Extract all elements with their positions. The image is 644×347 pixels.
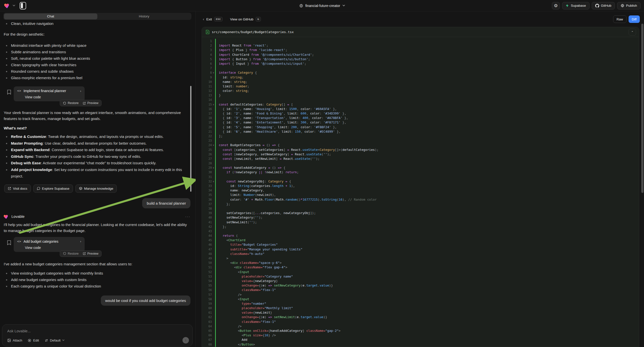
code-line: 36 color: '#' + Math.floor(Math.random()… [202,198,639,202]
project-switcher[interactable]: financial-future-creator [299,4,345,8]
sidebar-toggle-icon[interactable] [20,2,26,10]
chat-history-tabs: Chat History [3,13,192,20]
code-line: 21 { id: '6', name: 'Healthcare', limit:… [202,130,639,134]
restore-button[interactable]: Restore [63,101,79,105]
gear-icon: ⚙ [554,3,558,8]
project-name: financial-future-creator [305,4,340,8]
code-line: 20 { id: '5', name: 'Shopping', limit: 2… [202,125,639,130]
fold-chevron-icon[interactable]: ∨ [212,70,215,75]
code-line: 67 Add [202,338,639,342]
whats-next-list: Refine & Customize: Tweak the design, an… [4,134,190,180]
window-scrollbar-thumb[interactable] [641,24,644,193]
quick-action-row: Visit docs Explore Supabase Manage knowl… [4,184,196,193]
bookmark-icon[interactable] [7,90,11,94]
code-line: 43 [202,229,639,234]
code-line: 53 placeholder="Category name" [202,274,639,279]
raw-toggle-button[interactable]: Raw [613,16,626,23]
publish-button[interactable]: Publish [617,2,640,10]
preview-button[interactable]: Preview [83,101,98,105]
code-line: 25 const [categories, setCategories] = R… [202,148,639,152]
code-line: 50 <div className="space-y-6"> [202,260,639,265]
code-line: 61 value={newLimit} [202,310,639,315]
bookmark-icon[interactable] [7,240,11,245]
github-button[interactable]: GitHub [592,2,615,10]
bullet-item: Rounded corners and subtle shadows [4,68,190,75]
fold-chevron-icon[interactable]: ∨ [212,143,215,147]
code-line: 16 { id: '1', name: 'Housing', limit: 15… [202,107,639,111]
view-code-link[interactable]: View code [25,246,81,250]
code-card: src/components/budget/BudgetCategories.t… [202,27,639,347]
view-code-link[interactable]: View code [25,95,81,99]
diff-toggle-button[interactable]: Diff [628,16,640,23]
settings-button[interactable]: ⚙ [552,2,560,10]
code-line: 44 return ( [202,234,639,238]
code-line: 29∨ const handleAddCategory = () => { [202,166,639,170]
chat-bubble-icon [37,187,40,190]
code-line: 1 [202,39,639,43]
code-line: 3import { Plus } from 'lucide-react'; [202,48,639,52]
preview-button[interactable]: Preview [83,252,98,256]
visit-docs-button[interactable]: Visit docs [4,184,31,193]
view-on-github-button[interactable]: View on GitHub G [230,17,261,22]
message-menu-icon[interactable]: ··· [185,214,190,218]
edit-button[interactable]: Edit [28,338,39,342]
workspace-chevron-down-icon[interactable] [13,5,15,6]
chevron-left-icon: ‹ [203,17,204,21]
code-line: 62 onChange={(e) => setNewLimit(e.target… [202,315,639,319]
assistant-name: Lovable [12,214,25,218]
chat-scroll-area[interactable]: Clean, intuitive navigation For the desi… [0,20,196,323]
g-shortcut-badge: G [256,17,261,22]
lovable-logo-icon[interactable] [4,3,10,8]
code-line: 48 className="h-auto" [202,252,639,256]
package-icon [79,187,82,190]
ready-paragraph: Your sleek financial planner is now read… [4,110,190,122]
manage-knowledge-button[interactable]: Manage knowledge [76,184,117,193]
code-line: 6import { Input } from '@/components/ui/… [202,62,639,66]
code-editor[interactable]: 1 2import React from 'react';3import { P… [202,37,639,347]
file-header[interactable]: src/components/budget/BudgetCategories.t… [202,27,639,37]
explore-supabase-button[interactable]: Explore Supabase [33,184,73,193]
code-line: 38 [202,206,639,211]
code-line: 26 const [newCategory, setNewCategory] =… [202,152,639,156]
lovable-heart-icon [4,214,9,219]
restore-icon [63,102,66,105]
code-view-panel: ‹ Exit ESC View on GitHub G Raw Diff src… [196,12,644,347]
fold-chevron-icon[interactable]: ∨ [212,179,215,184]
project-chevron-down-icon [342,5,345,6]
fold-chevron-icon[interactable]: ∨ [212,166,215,170]
collapse-button[interactable]: ⌃ [628,29,636,36]
tab-chat[interactable]: Chat [4,14,98,20]
code-line: 2import React from 'react'; [202,43,639,48]
send-button[interactable]: ↑ [182,337,189,344]
chat-panel: Chat History Clean, intuitive navigation… [0,12,196,347]
restore-icon [63,252,66,255]
code-line: 40 setNewCategory(''); [202,215,639,220]
mode-select[interactable]: Default [44,338,65,342]
code-line: 23 [202,138,639,143]
chat-input[interactable]: Ask Lovable... [7,329,188,333]
external-link-icon [83,252,86,255]
design-bullet-list: Minimalist interface with plenty of whit… [4,42,190,81]
supabase-bolt-icon [566,4,569,8]
code-line: 37 }; [202,202,639,206]
version-card-implement-financial-planner[interactable]: <> Implement financial planner › View co… [14,86,85,101]
code-line: 35 limit: Number(newLimit), [202,193,639,197]
fold-chevron-icon[interactable]: ∨ [212,102,215,107]
exit-button[interactable]: ‹ Exit ESC [203,17,222,22]
tab-history[interactable]: History [97,14,191,20]
code-line: 28 [202,161,639,166]
bullet-item: Expand with Backend: Connect Supabase to… [4,146,190,153]
attach-button[interactable]: Attach [7,338,22,342]
code-line: 17 { id: '2', name: 'Food & Dining', lim… [202,111,639,116]
supabase-button[interactable]: Supabase [562,2,590,10]
code-line: 65 <Button onClick={handleAddCategory} c… [202,328,639,333]
bullet-item: Add new budget categories with custom li… [4,276,190,283]
version-card-add-budget-categories[interactable]: <> Add budget categories › View code [14,237,85,252]
restore-button[interactable]: Restore [63,252,79,256]
code-line: 46 title="Budget Categories" [202,242,639,247]
bullet-item: Add project knowledge: Set key context o… [4,166,190,180]
bullet-item: GitHub Sync: Transfer your project's cod… [4,153,190,160]
chevron-right-icon: › [80,240,81,243]
chat-scrollbar-thumb[interactable] [190,86,192,192]
chat-composer[interactable]: Ask Lovable... Attach Edit Default ↑ [2,324,193,346]
